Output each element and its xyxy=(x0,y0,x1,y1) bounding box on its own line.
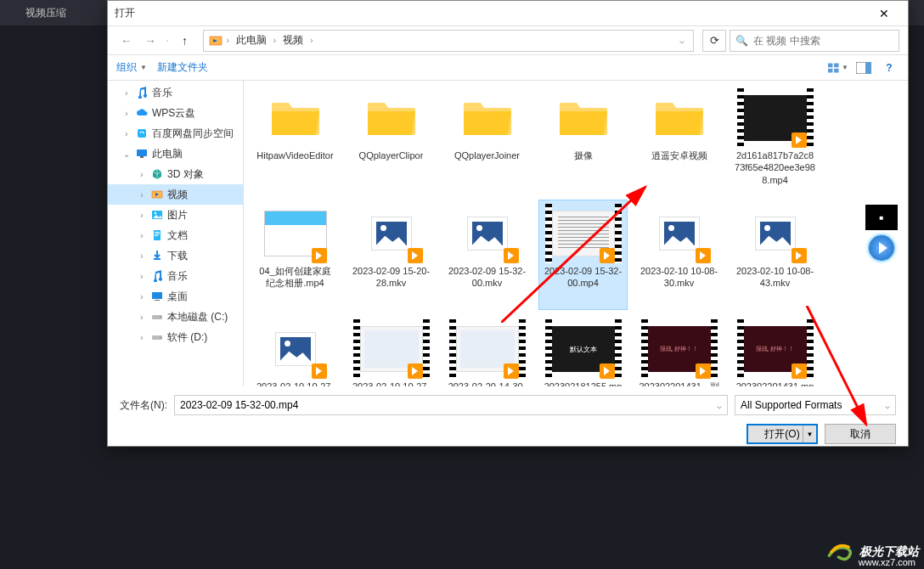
file-name-label: 2023-02-10 10-27-56.mkv xyxy=(255,380,335,386)
filename-input[interactable]: 2023-02-09 15-32-00.mp4 ⌵ xyxy=(174,395,728,415)
chevron-icon: › xyxy=(121,88,132,98)
chevron-icon: › xyxy=(137,211,147,220)
file-item[interactable]: 2023-02-10 10-27-56.mp4 xyxy=(346,315,436,386)
breadcrumb-folder[interactable]: 视频 xyxy=(279,31,307,49)
video-folder-icon xyxy=(209,34,223,48)
svg-point-24 xyxy=(160,337,161,339)
sidebar-item-3[interactable]: ⌄此电脑 xyxy=(108,144,243,164)
file-item[interactable]: 逍遥安卓视频 xyxy=(634,84,724,194)
breadcrumb-root[interactable]: 此电脑 xyxy=(233,31,270,49)
sidebar-item-0[interactable]: ›音乐 xyxy=(108,82,243,103)
refresh-button[interactable]: ⟳ xyxy=(702,30,726,52)
chevron-icon: › xyxy=(137,333,147,342)
sidebar-item-label: 百度网盘同步空间 xyxy=(152,127,234,141)
search-box[interactable]: 🔍 xyxy=(730,30,899,52)
sidebar-item-7[interactable]: ›文档 xyxy=(108,225,243,245)
sidebar-item-label: 此电脑 xyxy=(152,147,183,161)
file-item[interactable]: 默认文本202302181255.mp4 xyxy=(538,315,628,386)
file-item[interactable]: 2023-02-20-14-30-26.mp4 xyxy=(442,315,532,386)
sidebar-item-label: 本地磁盘 (C:) xyxy=(167,310,228,324)
file-thumbnail: 默认文本 xyxy=(545,319,622,379)
file-thumbnail xyxy=(449,319,526,379)
file-thumbnail xyxy=(545,88,622,148)
sidebar-item-6[interactable]: ›图片 xyxy=(108,205,243,225)
dialog-title-bar: 打开 ✕ xyxy=(108,1,908,26)
file-item[interactable]: QQplayerClipor xyxy=(346,84,436,194)
sidebar-item-label: 文档 xyxy=(167,228,188,243)
file-item[interactable]: 报战, 好神！！202302201431.mp4 xyxy=(730,315,820,386)
filename-label: 文件名(N): xyxy=(120,398,167,413)
close-button[interactable]: ✕ xyxy=(867,2,901,25)
dialog-footer: 文件名(N): 2023-02-09 15-32-00.mp4 ⌵ All Su… xyxy=(108,386,908,453)
search-input[interactable] xyxy=(753,35,893,47)
file-item[interactable]: 摄像 xyxy=(538,84,628,194)
file-item[interactable]: 2023-02-09 15-32-00.mp4 xyxy=(538,200,628,310)
cancel-button[interactable]: 取消 xyxy=(825,424,896,444)
file-item[interactable]: 报战, 好神！！202302201431 - 副本.mp4 xyxy=(634,315,724,386)
file-item[interactable]: 2023-02-09 15-32-00.mkv xyxy=(442,200,532,310)
file-thumbnail xyxy=(353,204,430,263)
doc-icon xyxy=(150,228,164,242)
download-icon xyxy=(150,249,164,262)
sidebar-item-4[interactable]: ›3D 对象 xyxy=(108,164,243,184)
file-name-label: 04_如何创建家庭纪念相册.mp4 xyxy=(255,265,335,290)
sidebar-item-label: 3D 对象 xyxy=(167,167,204,182)
chevron-down-icon[interactable]: ⌵ xyxy=(717,401,722,410)
file-thumbnail xyxy=(641,204,718,263)
sidebar-item-label: 音乐 xyxy=(152,86,172,100)
dialog-title: 打开 xyxy=(115,6,135,20)
breadcrumb[interactable]: › 此电脑 › 视频 › ⌵ xyxy=(203,30,694,52)
sidebar: ›音乐›WPS云盘›百度网盘同步空间⌄此电脑›3D 对象›视频›图片›文档›下载… xyxy=(108,81,244,386)
open-button[interactable]: 打开(O) ▼ xyxy=(747,424,818,444)
file-item[interactable]: 2023-02-09 15-20-28.mkv xyxy=(346,200,436,310)
file-item[interactable]: 2023-02-10 10-27-56.mkv xyxy=(251,315,340,386)
sidebar-item-2[interactable]: ›百度网盘同步空间 xyxy=(108,123,243,144)
preview-pane-button[interactable] xyxy=(854,59,874,76)
forward-button[interactable]: → xyxy=(140,31,161,51)
new-folder-button[interactable]: 新建文件夹 xyxy=(157,60,208,75)
chevron-icon: › xyxy=(137,231,147,240)
sidebar-item-label: 音乐 xyxy=(167,269,188,284)
chevron-icon: › xyxy=(137,170,147,179)
sidebar-item-label: 图片 xyxy=(167,208,188,223)
file-item[interactable]: 2023-02-10 10-08-43.mkv xyxy=(730,200,820,310)
sidebar-item-12[interactable]: ›软件 (D:) xyxy=(108,327,243,347)
back-button[interactable]: ← xyxy=(116,31,137,51)
file-item[interactable]: QQplayerJoiner xyxy=(442,84,532,194)
file-name-label: 摄像 xyxy=(574,149,593,161)
chevron-down-icon[interactable]: ⌵ xyxy=(885,401,890,410)
sidebar-item-9[interactable]: ›音乐 xyxy=(108,266,243,286)
file-name-label: 2023-02-09 15-32-00.mkv xyxy=(447,265,527,290)
file-item[interactable]: 2023-02-10 10-08-30.mkv xyxy=(634,200,724,310)
file-name-label: 2023-02-10 10-08-30.mkv xyxy=(639,265,719,290)
svg-point-14 xyxy=(155,212,156,214)
svg-rect-7 xyxy=(865,62,871,74)
view-mode-button[interactable]: ▼ xyxy=(828,59,848,76)
file-thumbnail xyxy=(737,204,814,263)
sidebar-item-label: 视频 xyxy=(167,188,188,202)
organize-menu[interactable]: 组织 ▼ xyxy=(116,60,147,75)
file-item[interactable]: HitpawVideoEditor xyxy=(251,84,340,194)
svg-rect-8 xyxy=(138,129,146,138)
desktop-icon xyxy=(150,290,164,303)
svg-rect-5 xyxy=(834,68,838,72)
file-item[interactable]: 04_如何创建家庭纪念相册.mp4 xyxy=(251,200,340,310)
file-item[interactable]: 2d161a817b7a2c873f65e4820ee3e988.mp4 xyxy=(730,84,820,194)
sidebar-item-8[interactable]: ›下载 xyxy=(108,245,243,266)
preview-play-button[interactable] xyxy=(869,235,894,261)
file-type-filter[interactable]: All Supported Formats ⌵ xyxy=(735,395,896,415)
sidebar-item-11[interactable]: ›本地磁盘 (C:) xyxy=(108,307,243,327)
file-name-label: 2023-02-10 10-27-56.mp4 xyxy=(351,380,431,386)
search-icon: 🔍 xyxy=(735,35,748,47)
help-button[interactable]: ? xyxy=(879,59,899,76)
sidebar-item-10[interactable]: ›桌面 xyxy=(108,286,243,307)
svg-rect-2 xyxy=(828,63,832,67)
up-button[interactable]: ↑ xyxy=(174,31,194,51)
open-dropdown[interactable]: ▼ xyxy=(803,425,816,442)
preview-pane: ■ xyxy=(860,205,903,261)
sidebar-item-label: 软件 (D:) xyxy=(167,330,207,345)
breadcrumb-dropdown[interactable]: ⌵ xyxy=(676,36,688,45)
sidebar-item-5[interactable]: ›视频 xyxy=(108,184,243,205)
sidebar-item-1[interactable]: ›WPS云盘 xyxy=(108,103,243,123)
svg-rect-10 xyxy=(140,156,144,158)
